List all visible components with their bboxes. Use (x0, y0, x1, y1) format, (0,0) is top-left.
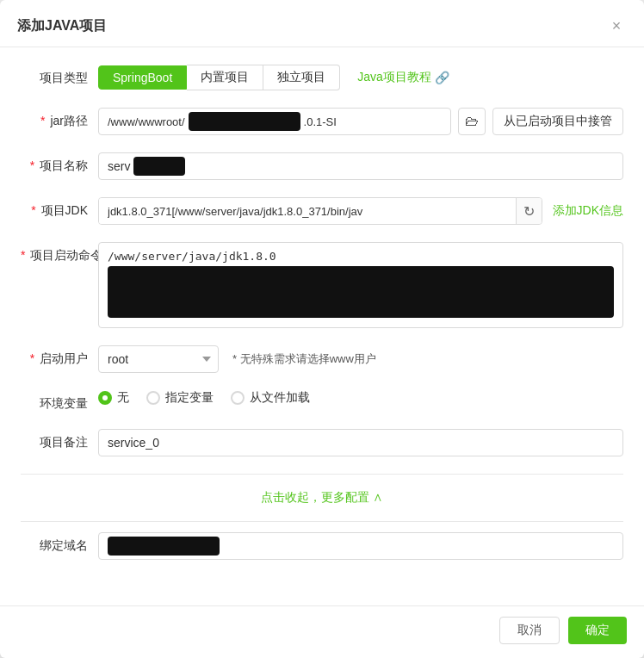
project-type-row: 项目类型 SpringBoot 内置项目 独立项目 Java项目教程 🔗 (21, 65, 623, 90)
jar-path-content: /www/wwwroot/ .0.1-SI 🗁 从已启动项目中接管 (98, 108, 623, 135)
env-specify-radio[interactable] (146, 391, 160, 405)
project-jdk-label: * 项目JDK (21, 197, 98, 219)
project-type-tabs: SpringBoot 内置项目 独立项目 (98, 65, 340, 90)
env-specify-label: 指定变量 (165, 390, 214, 406)
domain-content (98, 532, 623, 560)
add-java-project-dialog: 添加JAVA项目 × 项目类型 SpringBoot 内置项目 独立项目 Jav… (0, 0, 644, 658)
refresh-icon: ↻ (523, 203, 535, 220)
remark-row: 项目备注 (21, 429, 623, 456)
start-cmd-row: * 项目启动命令 /www/server/java/jdk1.8.0 (21, 242, 623, 328)
required-star-5: * (30, 351, 34, 365)
domain-input-wrap (98, 532, 623, 560)
cancel-button[interactable]: 取消 (499, 617, 560, 644)
add-jdk-link[interactable]: 添加JDK信息 (553, 203, 623, 219)
dialog-title: 添加JAVA项目 (17, 17, 107, 35)
jar-path-text: /www/wwwroot/ (108, 115, 185, 128)
project-name-label: * 项目名称 (21, 152, 98, 174)
close-button[interactable]: × (606, 16, 627, 36)
remark-label: 项目备注 (21, 429, 98, 450)
tutorial-link[interactable]: Java项目教程 🔗 (357, 70, 449, 85)
project-jdk-row: * 项目JDK ↻ 添加JDK信息 (21, 197, 623, 225)
takeover-button[interactable]: 从已启动项目中接管 (492, 108, 623, 135)
dialog-footer: 取消 确定 (0, 605, 644, 658)
start-user-hint: * 无特殊需求请选择www用户 (232, 351, 376, 367)
start-cmd-display: /www/server/java/jdk1.8.0 (98, 242, 623, 328)
jar-path-label: * jar路径 (21, 108, 98, 129)
env-none-option[interactable]: 无 (98, 390, 129, 406)
jdk-input-wrap: ↻ (98, 197, 542, 225)
start-user-label: * 启动用户 (21, 345, 98, 367)
start-user-select[interactable]: root (98, 345, 219, 373)
domain-label: 绑定域名 (21, 532, 98, 554)
project-name-text: serv (108, 159, 130, 173)
env-specify-option[interactable]: 指定变量 (146, 390, 214, 406)
env-file-label: 从文件加载 (250, 390, 310, 406)
collapse-button[interactable]: 点击收起，更多配置 ∧ (21, 483, 623, 512)
folder-button[interactable]: 🗁 (458, 108, 486, 135)
jar-path-row: * jar路径 /www/wwwroot/ .0.1-SI 🗁 从已启动项目中接… (21, 108, 623, 135)
collapse-divider (21, 474, 623, 475)
env-none-label: 无 (117, 390, 129, 406)
tab-standalone[interactable]: 独立项目 (263, 65, 340, 90)
link-icon: 🔗 (435, 71, 449, 84)
project-name-redacted (133, 157, 185, 176)
tab-springboot[interactable]: SpringBoot (98, 65, 187, 90)
project-name-content: serv (98, 152, 623, 180)
required-star-4: * (21, 248, 25, 262)
jdk-input[interactable] (99, 198, 516, 224)
project-jdk-content: ↻ 添加JDK信息 (98, 197, 623, 225)
project-name-input-wrap: serv (98, 152, 623, 180)
start-cmd-redacted (108, 266, 614, 318)
env-file-radio[interactable] (231, 391, 245, 405)
project-type-label: 项目类型 (21, 65, 98, 86)
tutorial-link-text: Java项目教程 (357, 70, 431, 85)
collapse-label: 点击收起，更多配置 ∧ (261, 490, 383, 506)
start-user-content: root * 无特殊需求请选择www用户 (98, 345, 623, 373)
required-star-2: * (30, 158, 34, 172)
collapse-divider-2 (21, 521, 623, 522)
env-none-radio[interactable] (98, 391, 112, 405)
start-cmd-content: /www/server/java/jdk1.8.0 (98, 242, 623, 328)
confirm-button[interactable]: 确定 (568, 617, 627, 644)
project-type-content: SpringBoot 内置项目 独立项目 Java项目教程 🔗 (98, 65, 623, 90)
env-file-option[interactable]: 从文件加载 (231, 390, 310, 406)
start-cmd-text: /www/server/java/jdk1.8.0 (108, 250, 614, 263)
domain-row: 绑定域名 (21, 532, 623, 560)
start-cmd-label: * 项目启动命令 (21, 242, 98, 264)
jar-path-redacted (189, 112, 300, 131)
required-star-3: * (31, 203, 35, 217)
env-radio-group: 无 指定变量 从文件加载 (98, 390, 310, 406)
dialog-body: 项目类型 SpringBoot 内置项目 独立项目 Java项目教程 🔗 * j… (0, 47, 644, 605)
env-var-label: 环境变量 (21, 390, 98, 412)
jdk-refresh-button[interactable]: ↻ (516, 198, 542, 224)
env-var-content: 无 指定变量 从文件加载 (98, 390, 623, 406)
domain-redacted (108, 537, 220, 556)
env-var-row: 环境变量 无 指定变量 从文件加载 (21, 390, 623, 412)
start-user-row: * 启动用户 root * 无特殊需求请选择www用户 (21, 345, 623, 373)
tab-builtin[interactable]: 内置项目 (187, 65, 263, 90)
remark-content (98, 429, 623, 456)
jar-path-input-wrap: /www/wwwroot/ .0.1-SI (98, 108, 451, 135)
dialog-header: 添加JAVA项目 × (0, 0, 644, 47)
project-name-row: * 项目名称 serv (21, 152, 623, 180)
remark-input[interactable] (98, 429, 623, 456)
folder-icon: 🗁 (465, 114, 479, 129)
required-star: * (40, 114, 45, 127)
jar-path-suffix: .0.1-SI (304, 115, 337, 128)
